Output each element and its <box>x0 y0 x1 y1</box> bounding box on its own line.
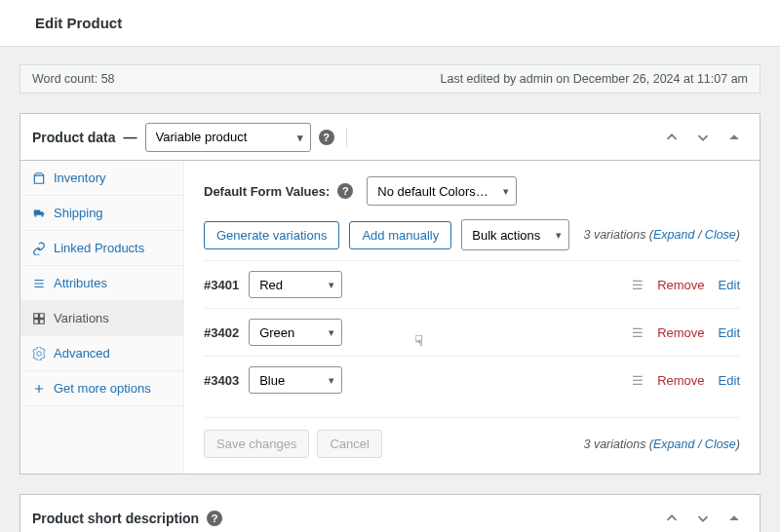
variations-icon <box>32 312 46 325</box>
move-up-button[interactable] <box>658 505 685 532</box>
inventory-icon <box>32 171 46 185</box>
variation-color-select[interactable]: Blue <box>249 366 342 394</box>
help-icon[interactable]: ? <box>207 511 222 526</box>
variation-color-wrap: Blue <box>249 366 342 394</box>
editor-status-bar: Word count: 58 Last edited by admin on D… <box>20 64 760 94</box>
drag-handle-icon[interactable]: ☰ <box>632 373 644 388</box>
product-data-tabs: Inventory Shipping Linked Products Attri… <box>20 161 184 474</box>
save-changes-button[interactable]: Save changes <box>204 430 309 458</box>
tab-get-more[interactable]: Get more options <box>20 371 183 406</box>
variation-actions: ☰ Remove Edit <box>632 278 740 292</box>
caret-up-icon <box>727 131 741 144</box>
chevron-up-icon <box>663 129 681 146</box>
tab-shipping[interactable]: Shipping <box>20 196 183 231</box>
paren-close: ) <box>736 228 740 242</box>
tab-label: Inventory <box>54 171 105 185</box>
remove-link[interactable]: Remove <box>657 278 704 292</box>
help-icon[interactable]: ? <box>319 130 334 145</box>
remove-link[interactable]: Remove <box>657 325 704 340</box>
chevron-up-icon <box>663 510 681 527</box>
variation-id: #3403 <box>204 373 239 388</box>
tab-label: Variations <box>54 311 109 325</box>
page-header: Edit Product <box>0 0 780 47</box>
expand-link[interactable]: Expand <box>653 437 694 451</box>
last-edited: Last edited by admin on December 26, 202… <box>441 72 748 86</box>
short-description-box: Product short description ? Add Media <box>20 494 760 532</box>
close-link[interactable]: Close <box>705 437 736 451</box>
move-down-button[interactable] <box>689 505 717 532</box>
plus-icon <box>32 382 46 396</box>
expand-link[interactable]: Expand <box>653 228 694 242</box>
variations-list: #3401 Red ☰ Remove Edit #3 <box>204 260 740 403</box>
tab-advanced[interactable]: Advanced <box>20 336 183 371</box>
edit-link[interactable]: Edit <box>719 373 740 388</box>
default-color-select-wrap: No default Colors… <box>367 176 517 206</box>
chevron-down-icon <box>694 129 712 146</box>
edit-link[interactable]: Edit <box>719 325 740 340</box>
linked-icon <box>32 242 46 255</box>
bulk-actions-wrap: Bulk actions <box>461 219 569 250</box>
summary-count: 3 variations <box>583 228 645 242</box>
variation-row: #3402 Green ☰ Remove Edit <box>204 308 740 356</box>
bulk-actions-select[interactable]: Bulk actions <box>461 219 569 250</box>
variation-actions: ☰ Remove Edit <box>632 325 740 340</box>
variation-color-select[interactable]: Red <box>249 271 342 298</box>
shipping-icon <box>32 207 46 220</box>
content-wrap: Word count: 58 Last edited by admin on D… <box>0 47 780 532</box>
variation-actions: ☰ Remove Edit <box>632 373 740 388</box>
product-data-heading: Product data — Variable product <box>32 123 311 152</box>
add-manually-button[interactable]: Add manually <box>349 221 451 249</box>
edit-link[interactable]: Edit <box>719 278 740 292</box>
word-count: Word count: 58 <box>32 72 115 86</box>
product-data-label: Product data <box>32 130 116 145</box>
toggle-box-button[interactable] <box>721 124 748 151</box>
variation-row: #3403 Blue ☰ Remove Edit <box>204 356 740 403</box>
tab-label: Shipping <box>54 206 103 220</box>
move-up-button[interactable] <box>658 124 685 151</box>
remove-link[interactable]: Remove <box>657 373 704 388</box>
header-divider <box>346 128 347 147</box>
variation-color-wrap: Green <box>249 319 342 346</box>
close-link[interactable]: Close <box>705 228 736 242</box>
summary-count: 3 variations <box>583 437 645 451</box>
tab-label: Attributes <box>54 276 107 290</box>
variations-panel: Default Form Values: ? No default Colors… <box>184 161 760 474</box>
variations-summary: 3 variations (Expand / Close) <box>583 228 740 242</box>
product-data-body: Inventory Shipping Linked Products Attri… <box>20 161 760 474</box>
sep: / <box>694 437 704 451</box>
default-form-values-label: Default Form Values: <box>204 184 330 199</box>
cancel-button[interactable]: Cancel <box>317 430 381 458</box>
variation-color-select[interactable]: Green <box>249 319 342 346</box>
tab-variations[interactable]: Variations <box>20 301 183 336</box>
move-down-button[interactable] <box>689 124 717 151</box>
variation-id: #3402 <box>204 325 239 340</box>
variation-color-wrap: Red <box>249 271 342 298</box>
product-type-select-wrap: Variable product <box>145 123 311 152</box>
tab-linked[interactable]: Linked Products <box>20 231 183 266</box>
short-description-heading: Product short description <box>32 511 199 526</box>
tab-attributes[interactable]: Attributes <box>20 266 183 301</box>
variations-summary-footer: 3 variations (Expand / Close) <box>583 437 740 451</box>
tab-label: Advanced <box>54 346 110 361</box>
variation-id: #3401 <box>204 278 239 292</box>
default-form-values-row: Default Form Values: ? No default Colors… <box>204 176 740 206</box>
paren-open: ( <box>645 228 653 242</box>
product-type-select[interactable]: Variable product <box>145 123 311 152</box>
dash: — <box>124 130 137 145</box>
variations-footer: Save changes Cancel 3 variations (Expand… <box>204 417 740 458</box>
paren-open: ( <box>645 437 653 451</box>
chevron-down-icon <box>694 510 712 527</box>
generate-variations-button[interactable]: Generate variations <box>204 221 339 249</box>
toggle-box-button[interactable] <box>721 505 748 532</box>
postbox-handle-actions <box>658 124 748 151</box>
help-icon[interactable]: ? <box>337 183 353 199</box>
tab-inventory[interactable]: Inventory <box>20 161 183 196</box>
drag-handle-icon[interactable]: ☰ <box>632 325 644 340</box>
product-data-box: Product data — Variable product ? <box>20 113 760 475</box>
postbox-handle-actions <box>658 505 748 532</box>
sep: / <box>694 228 704 242</box>
drag-handle-icon[interactable]: ☰ <box>632 278 644 292</box>
default-color-select[interactable]: No default Colors… <box>367 176 517 206</box>
page-title: Edit Product <box>35 15 122 31</box>
attributes-icon <box>32 277 46 290</box>
